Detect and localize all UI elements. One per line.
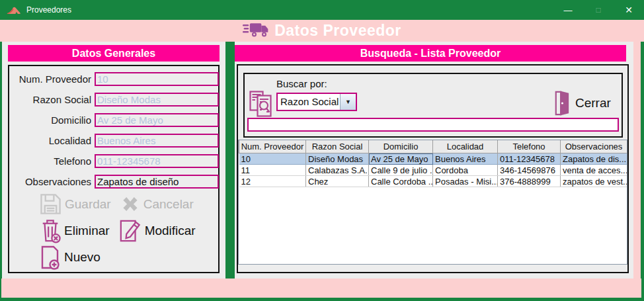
close-button[interactable]: ✕ <box>614 0 644 20</box>
minimize-button[interactable]: — <box>553 0 583 20</box>
telefono-label: Telefono <box>9 155 91 167</box>
cell[interactable]: zapatos de vest... <box>561 176 627 187</box>
telefono-input[interactable] <box>95 154 219 168</box>
col-header-domicilio[interactable]: Domicilio <box>369 140 433 153</box>
cell[interactable]: Zapatos de dis... <box>561 153 627 165</box>
new-row: Nuevo <box>40 245 101 270</box>
table-row[interactable]: 11 Calabazas S.A. Calle 9 de julio ... C… <box>239 165 627 176</box>
cell[interactable]: 011-12345678 <box>498 153 561 165</box>
app-shoe-icon <box>7 5 21 15</box>
cell[interactable]: Buenos Aires <box>433 153 498 165</box>
datos-generales-box: Num. Proveedor Razon Social Domicilio Lo… <box>8 65 220 273</box>
modificar-button[interactable]: Modificar <box>119 218 196 243</box>
cell[interactable]: 11 <box>239 165 306 176</box>
search-group: Buscar por: Razon Social ▼ Cerrar <box>243 73 623 138</box>
cerrar-button[interactable]: Cerrar <box>554 90 611 116</box>
num-proveedor-input[interactable] <box>95 72 219 86</box>
cerrar-icon <box>554 90 570 116</box>
domicilio-input[interactable] <box>95 113 219 127</box>
buscar-icon <box>249 90 272 120</box>
eliminar-button[interactable]: Eliminar <box>40 218 110 243</box>
datos-generales-header: Datos Generales <box>8 45 220 62</box>
proveedores-window: Proveedores — □ ✕ Datos Proveedor Datos … <box>0 0 644 301</box>
cell[interactable]: Diseño Modas <box>306 153 369 165</box>
proveedores-table-scrollpane[interactable]: Num. Proveedor Razon Social Domicilio Lo… <box>238 140 627 265</box>
observaciones-input[interactable] <box>95 175 219 189</box>
field-row: Num. Proveedor <box>9 71 219 86</box>
cell-focused[interactable]: Av 25 de Mayo <box>369 153 433 165</box>
busqueda-panel: Busqueda - Lista Proveedor <box>235 42 635 279</box>
table-row[interactable]: 12 Chez Calle Cordoba ... Posadas - Misi… <box>239 176 627 187</box>
cell[interactable]: 12 <box>239 176 306 187</box>
cell[interactable]: Calle Cordoba ... <box>369 176 433 187</box>
cell[interactable]: 346-14569876 <box>498 165 561 176</box>
cell[interactable]: Cordoba <box>433 165 498 176</box>
table-header-row: Num. Proveedor Razon Social Domicilio Lo… <box>239 140 627 153</box>
table-row-selected[interactable]: 10 Diseño Modas Av 25 de Mayo Buenos Air… <box>239 153 627 165</box>
bottom-band <box>1 279 641 298</box>
save-cancel-row: Guardar Cancelar <box>40 193 194 215</box>
right-margin-band <box>633 42 641 279</box>
localidad-input[interactable] <box>95 134 219 148</box>
buscar-por-combobox[interactable]: Razon Social ▼ <box>276 93 357 111</box>
razon-social-label: Razon Social <box>9 94 91 105</box>
window-title: Proveedores <box>26 5 71 15</box>
nuevo-button[interactable]: Nuevo <box>40 245 101 270</box>
col-header-razon-social[interactable]: Razon Social <box>306 140 369 153</box>
field-row: Razon Social <box>9 92 219 107</box>
window-controls: — □ ✕ <box>553 0 644 20</box>
search-query-input[interactable] <box>247 118 619 132</box>
col-header-num-proveedor[interactable]: Num. Proveedor <box>239 140 306 153</box>
observaciones-label: Observaciones <box>9 176 91 187</box>
combo-dropdown-button[interactable]: ▼ <box>340 94 356 110</box>
cell[interactable]: venta de acces... <box>561 165 627 176</box>
num-proveedor-label: Num. Proveedor <box>9 73 91 85</box>
field-row: Observaciones <box>9 174 219 189</box>
cell[interactable]: 10 <box>239 153 306 165</box>
cancelar-icon <box>120 195 140 213</box>
eliminar-icon <box>40 218 61 243</box>
banner: Datos Proveedor <box>0 20 644 42</box>
modificar-icon <box>119 218 141 243</box>
truck-icon <box>243 21 269 41</box>
cell[interactable]: Chez <box>306 176 369 187</box>
field-row: Telefono <box>9 153 219 168</box>
maximize-button[interactable]: □ <box>583 0 614 20</box>
cell[interactable]: 376-4888999 <box>498 176 561 187</box>
datos-generales-panel: Datos Generales Num. Proveedor Razon Soc… <box>2 42 225 279</box>
razon-social-input[interactable] <box>95 93 219 107</box>
col-header-telefono[interactable]: Telefono <box>498 140 561 153</box>
guardar-button[interactable]: Guardar <box>40 193 111 215</box>
titlebar: Proveedores — □ ✕ <box>0 0 644 20</box>
buscar-por-label: Buscar por: <box>276 78 327 89</box>
domicilio-label: Domicilio <box>9 114 91 126</box>
busqueda-header: Busqueda - Lista Proveedor <box>235 45 626 62</box>
proveedores-table: Num. Proveedor Razon Social Domicilio Lo… <box>239 140 627 187</box>
nuevo-icon <box>40 245 61 270</box>
cell[interactable]: Calle 9 de julio ... <box>369 165 433 176</box>
banner-title: Datos Proveedor <box>274 22 401 40</box>
cell[interactable]: Calabazas S.A. <box>306 165 369 176</box>
col-header-localidad[interactable]: Localidad <box>433 140 498 153</box>
localidad-label: Localidad <box>9 135 91 146</box>
field-row: Domicilio <box>9 112 219 127</box>
col-header-observaciones[interactable]: Observaciones <box>561 140 627 153</box>
guardar-icon <box>40 193 61 215</box>
field-row: Localidad <box>9 133 219 148</box>
cancelar-button[interactable]: Cancelar <box>120 195 194 213</box>
cell[interactable]: Posadas - Misi... <box>433 176 498 187</box>
chevron-down-icon: ▼ <box>345 99 351 105</box>
combobox-value: Razon Social <box>278 94 340 110</box>
delete-modify-row: Eliminar Modificar <box>40 218 196 243</box>
busqueda-box: Buscar por: Razon Social ▼ Cerrar <box>237 64 629 273</box>
